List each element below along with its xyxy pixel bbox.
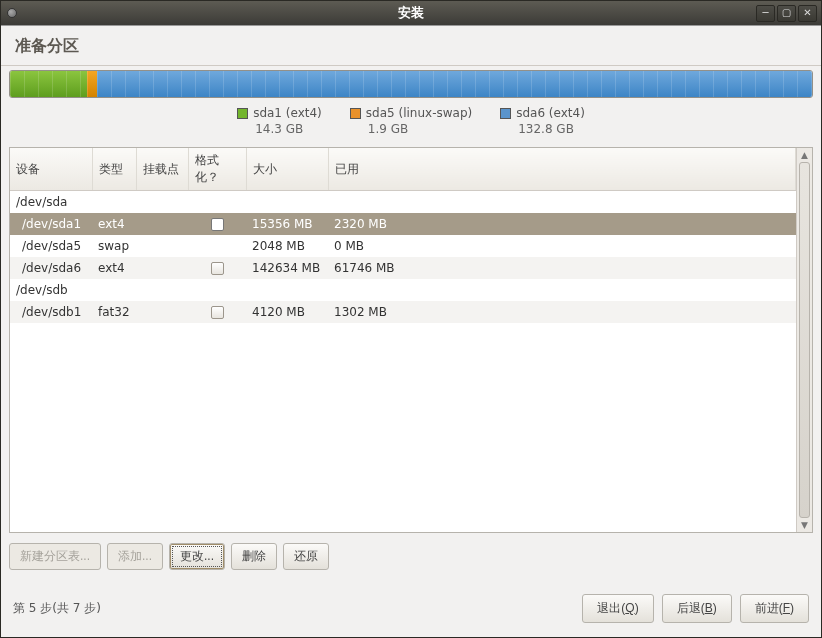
cell: /dev/sda6 (10, 257, 92, 279)
cell: 4120 MB (246, 301, 328, 323)
disk-segment (97, 71, 812, 97)
legend-item: sda6 (ext4)132.8 GB (500, 106, 585, 137)
format-checkbox[interactable] (211, 306, 224, 319)
cell: /dev/sda5 (10, 235, 92, 257)
col-size[interactable]: 大小 (246, 148, 328, 191)
cell: 2320 MB (328, 213, 796, 235)
table-row[interactable]: /dev/sda6ext4142634 MB61746 MB (10, 257, 796, 279)
table-row[interactable]: /dev/sdb (10, 279, 796, 301)
partition-table-body: 设备 类型 挂载点 格式化？ 大小 已用 /dev/sda /dev/sda1e… (10, 148, 796, 532)
legend-size: 1.9 GB (350, 122, 472, 138)
format-checkbox[interactable] (211, 218, 224, 231)
legend-size: 14.3 GB (237, 122, 322, 138)
cell: fat32 (92, 301, 136, 323)
cell: 15356 MB (246, 213, 328, 235)
footer: 第 5 步(共 7 步) 退出(Q) 后退(B) 前进(F) (1, 580, 821, 637)
scroll-down-icon[interactable]: ▼ (797, 518, 812, 532)
scrollbar[interactable]: ▲ ▼ (796, 148, 812, 532)
table-row[interactable]: /dev/sda (10, 191, 796, 214)
cell (136, 235, 188, 257)
partition-actions: 新建分区表... 添加... 更改... 删除 还原 (1, 533, 821, 580)
titlebar[interactable]: 安装 ─ ▢ ✕ (1, 1, 821, 25)
cell-format (188, 279, 246, 301)
format-checkbox[interactable] (211, 262, 224, 275)
add-button[interactable]: 添加... (107, 543, 163, 570)
cell: 0 MB (328, 235, 796, 257)
legend-label: sda1 (ext4) (253, 106, 322, 120)
legend-swatch-icon (350, 108, 361, 119)
legend-label: sda5 (linux-swap) (366, 106, 472, 120)
minimize-button[interactable]: ─ (756, 5, 775, 22)
col-type[interactable]: 类型 (92, 148, 136, 191)
legend-swatch-icon (237, 108, 248, 119)
cell: 61746 MB (328, 257, 796, 279)
legend-item: sda5 (linux-swap)1.9 GB (350, 106, 472, 137)
disk-segment (87, 71, 97, 97)
cell: ext4 (92, 257, 136, 279)
col-device[interactable]: 设备 (10, 148, 92, 191)
cell (246, 191, 328, 214)
table-row[interactable]: /dev/sda5swap2048 MB0 MB (10, 235, 796, 257)
cell: 142634 MB (246, 257, 328, 279)
disk-usage-bar-wrap: sda1 (ext4)14.3 GBsda5 (linux-swap)1.9 G… (1, 66, 821, 147)
cell (328, 279, 796, 301)
table-row[interactable]: /dev/sdb1fat324120 MB1302 MB (10, 301, 796, 323)
cell: /dev/sdb (10, 279, 92, 301)
delete-button[interactable]: 删除 (231, 543, 277, 570)
disk-legend: sda1 (ext4)14.3 GBsda5 (linux-swap)1.9 G… (9, 98, 813, 147)
disk-usage-bar (9, 70, 813, 98)
cell (136, 257, 188, 279)
partition-table-wrap: 设备 类型 挂载点 格式化？ 大小 已用 /dev/sda /dev/sda1e… (1, 147, 821, 533)
legend-swatch-icon (500, 108, 511, 119)
scroll-up-icon[interactable]: ▲ (797, 148, 812, 162)
partition-table-frame: 设备 类型 挂载点 格式化？ 大小 已用 /dev/sda /dev/sda1e… (9, 147, 813, 533)
revert-button[interactable]: 还原 (283, 543, 329, 570)
new-partition-table-button[interactable]: 新建分区表... (9, 543, 101, 570)
cell: /dev/sda1 (10, 213, 92, 235)
legend-item: sda1 (ext4)14.3 GB (237, 106, 322, 137)
cell (136, 301, 188, 323)
cell (92, 191, 136, 214)
cell (328, 191, 796, 214)
page-title: 准备分区 (1, 26, 821, 65)
col-used[interactable]: 已用 (328, 148, 796, 191)
cell: /dev/sdb1 (10, 301, 92, 323)
partition-table[interactable]: 设备 类型 挂载点 格式化？ 大小 已用 /dev/sda /dev/sda1e… (10, 148, 796, 323)
cell-format (188, 191, 246, 214)
maximize-button[interactable]: ▢ (777, 5, 796, 22)
back-button[interactable]: 后退(B) (662, 594, 732, 623)
cell: /dev/sda (10, 191, 92, 214)
col-format[interactable]: 格式化？ (188, 148, 246, 191)
disk-segment (10, 71, 87, 97)
cell (136, 279, 188, 301)
cell (92, 279, 136, 301)
cell (136, 213, 188, 235)
step-label: 第 5 步(共 7 步) (13, 600, 101, 617)
close-button[interactable]: ✕ (798, 5, 817, 22)
window-controls: ─ ▢ ✕ (756, 5, 821, 22)
legend-label: sda6 (ext4) (516, 106, 585, 120)
forward-button[interactable]: 前进(F) (740, 594, 809, 623)
content-area: 准备分区 sda1 (ext4)14.3 GBsda5 (linux-swap)… (1, 25, 821, 637)
scroll-thumb[interactable] (799, 162, 810, 518)
cell: ext4 (92, 213, 136, 235)
cell: swap (92, 235, 136, 257)
quit-button[interactable]: 退出(Q) (582, 594, 653, 623)
cell (136, 191, 188, 214)
table-header-row: 设备 类型 挂载点 格式化？ 大小 已用 (10, 148, 796, 191)
cell-format (188, 257, 246, 279)
col-mount[interactable]: 挂载点 (136, 148, 188, 191)
app-indicator-icon (7, 8, 17, 18)
cell-format (188, 213, 246, 235)
cell: 1302 MB (328, 301, 796, 323)
cell (246, 279, 328, 301)
installer-window: 安装 ─ ▢ ✕ 准备分区 sda1 (ext4)14.3 GBsda5 (li… (0, 0, 822, 638)
cell: 2048 MB (246, 235, 328, 257)
window-title: 安装 (398, 4, 424, 22)
table-row[interactable]: /dev/sda1ext415356 MB2320 MB (10, 213, 796, 235)
cell-format (188, 301, 246, 323)
change-button[interactable]: 更改... (169, 543, 225, 570)
cell-format (188, 235, 246, 257)
legend-size: 132.8 GB (500, 122, 585, 138)
